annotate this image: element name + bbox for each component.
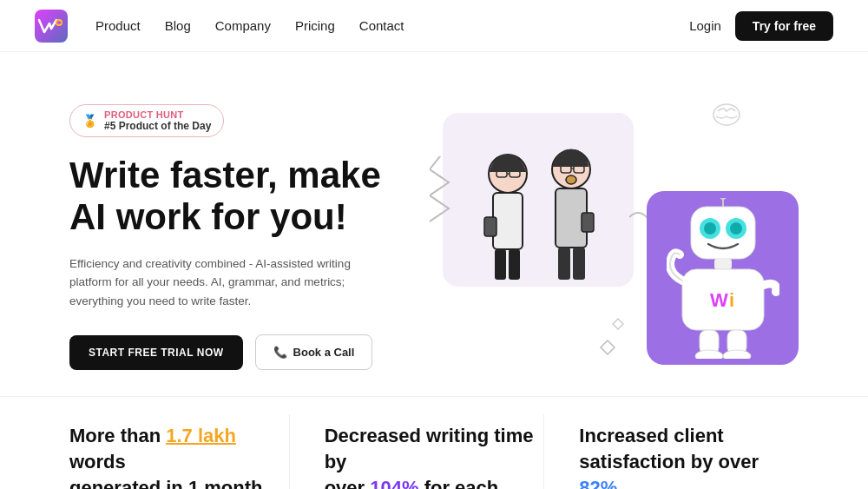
nav-company[interactable]: Company [215, 18, 271, 33]
logo[interactable] [35, 10, 68, 43]
stat-writing-time: Decreased writing time byover 104% for e… [290, 414, 545, 489]
svg-point-14 [566, 175, 576, 184]
book-call-label: Book a Call [293, 346, 355, 359]
stat-writing-time-highlight: 104% [370, 477, 418, 489]
stat-words-text: More than 1.7 lakh wordsgenerated in 1 m… [69, 423, 289, 489]
stat-satisfaction: Increased clientsatisfaction by over 82% [544, 414, 799, 489]
logo-icon [35, 10, 68, 43]
nav-product[interactable]: Product [95, 18, 141, 33]
svg-point-23 [730, 222, 742, 235]
stat-words: More than 1.7 lakh wordsgenerated in 1 m… [69, 414, 290, 489]
diamond-decoration [599, 339, 616, 356]
badge-icon: 🏅 [82, 114, 97, 128]
svg-rect-7 [484, 217, 496, 236]
svg-rect-8 [495, 249, 506, 280]
diamond-decoration-2 [612, 318, 624, 330]
stat-writing-time-text: Decreased writing time byover 104% for e… [325, 423, 544, 489]
nav-pricing[interactable]: Pricing [295, 18, 335, 33]
navbar: Product Blog Company Pricing Contact Log… [0, 0, 868, 52]
nav-blog[interactable]: Blog [165, 18, 191, 33]
svg-rect-9 [509, 249, 520, 280]
try-for-free-button[interactable]: Try for free [735, 11, 833, 41]
robot-illustration: W i [647, 191, 799, 365]
phone-icon: 📞 [273, 346, 287, 359]
svg-point-25 [720, 198, 727, 200]
svg-rect-17 [558, 248, 570, 280]
stat-words-highlight: 1.7 lakh [166, 425, 236, 446]
nav-links: Product Blog Company Pricing Contact [95, 18, 404, 33]
stat-satisfaction-highlight: 82% [579, 477, 617, 489]
svg-rect-26 [714, 259, 732, 269]
svg-point-1 [713, 104, 740, 125]
nav-right: Login Try for free [689, 11, 833, 41]
badge-title: #5 Product of the Day [104, 120, 211, 132]
login-button[interactable]: Login [689, 18, 721, 33]
svg-point-33 [723, 350, 751, 359]
product-hunt-badge: 🏅 PRODUCT HUNT #5 Product of the Day [69, 104, 224, 137]
stat-satisfaction-text: Increased clientsatisfaction by over 82% [579, 423, 799, 489]
hero-buttons: START FREE TRIAL NOW 📞 Book a Call [69, 334, 425, 370]
start-trial-button[interactable]: START FREE TRIAL NOW [69, 335, 243, 370]
nav-contact[interactable]: Contact [359, 18, 404, 33]
hero-section: 🏅 PRODUCT HUNT #5 Product of the Day Wri… [0, 52, 868, 396]
svg-text:i: i [729, 289, 734, 311]
stats-section: More than 1.7 lakh wordsgenerated in 1 m… [0, 396, 868, 489]
zigzag-decoration [430, 156, 451, 226]
svg-rect-16 [582, 213, 594, 232]
svg-point-32 [695, 350, 723, 359]
svg-text:W: W [710, 289, 728, 311]
hero-content: 🏅 PRODUCT HUNT #5 Product of the Day Wri… [69, 96, 425, 370]
book-call-button[interactable]: 📞 Book a Call [255, 334, 373, 370]
brain-decoration [707, 96, 746, 135]
svg-rect-18 [573, 248, 585, 280]
nav-left: Product Blog Company Pricing Contact [35, 10, 404, 43]
badge-tag: PRODUCT HUNT [104, 109, 211, 120]
hero-illustration: W i [425, 96, 799, 365]
hero-subtext: Efficiency and creativity combined - AI-… [69, 254, 382, 311]
svg-rect-6 [493, 193, 523, 249]
hero-heading: Write faster, make AI work for you! [69, 155, 425, 239]
people-illustration [443, 113, 634, 287]
svg-point-21 [704, 222, 716, 235]
